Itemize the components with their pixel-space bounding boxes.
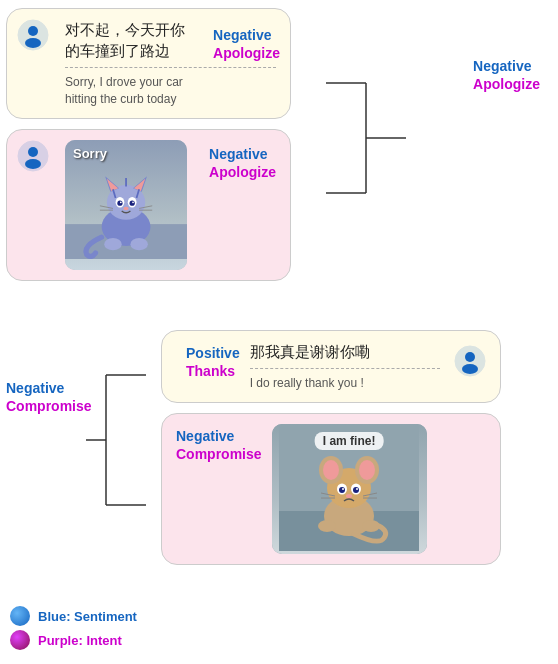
bubble1-sentiment: Negative — [213, 27, 280, 43]
svg-point-15 — [117, 201, 122, 206]
svg-point-4 — [28, 147, 38, 157]
bubble2-intent: Apologize — [209, 164, 276, 180]
tom-cat-scene: Sorry — [65, 140, 187, 270]
bubble3-english: I do really thank you ! — [250, 375, 440, 392]
svg-point-19 — [123, 207, 128, 210]
jerry-scene: I am fine! — [272, 424, 427, 554]
purple-circle — [10, 630, 30, 650]
bottom-sentiment: Negative — [6, 380, 92, 396]
bubble1-english: Sorry, I drove your carhitting the curb … — [65, 74, 276, 108]
bottom-right-group: Positive Thanks 那我真是谢谢你嘞 I do really tha… — [161, 330, 546, 565]
legend-purple: Purple: Intent — [10, 630, 137, 650]
bubble2-labels: Negative Apologize — [199, 140, 276, 180]
svg-point-52 — [353, 487, 359, 493]
svg-point-27 — [104, 238, 121, 250]
user-icon-2 — [17, 140, 49, 176]
top-connector — [326, 8, 406, 258]
bubble3-divider — [250, 368, 440, 369]
legend: Blue: Sentiment Purple: Intent — [10, 606, 137, 650]
svg-point-18 — [132, 202, 134, 204]
svg-point-28 — [130, 238, 147, 250]
svg-point-5 — [25, 159, 41, 169]
bubble-compromise: Negative Compromise — [161, 413, 501, 565]
svg-point-2 — [25, 38, 41, 48]
bottom-connector — [86, 330, 166, 550]
bubble3-content: 那我真是谢谢你嘞 I do really thank you ! — [250, 341, 440, 392]
user-icon-3 — [454, 345, 486, 381]
legend-purple-label: Purple: Intent — [38, 633, 122, 648]
bubble1-labels: Negative Apologize — [203, 23, 280, 61]
bubble4-labels: Negative Compromise — [176, 424, 262, 462]
connector-intent: Apologize — [473, 76, 540, 92]
svg-point-1 — [28, 26, 38, 36]
jerry-speech: I am fine! — [315, 432, 384, 450]
bubble3-chinese: 那我真是谢谢你嘞 — [250, 341, 440, 362]
svg-point-16 — [130, 201, 135, 206]
svg-point-17 — [120, 202, 122, 204]
legend-blue-label: Blue: Sentiment — [38, 609, 137, 624]
bottom-intent: Compromise — [6, 398, 92, 414]
bubble4-sentiment: Negative — [176, 428, 262, 444]
far-right-labels: Negative Apologize — [473, 58, 540, 92]
svg-point-47 — [323, 460, 339, 480]
bubble4-intent: Compromise — [176, 446, 262, 462]
user-icon-1 — [17, 19, 49, 55]
bubble2-sentiment: Negative — [209, 146, 276, 162]
main-container: 对不起，今天开你的车撞到了路边 Sorry, I drove your carh… — [0, 0, 558, 664]
svg-point-39 — [465, 352, 475, 362]
bubble3-sentiment: Positive — [186, 345, 240, 361]
tom-cat-image: Sorry — [65, 140, 187, 270]
sorry-label: Sorry — [73, 146, 107, 161]
bottom-left-labels: Negative Compromise — [6, 380, 92, 414]
bubble-image-1: Sorry Negative Apologize — [6, 129, 291, 281]
bubble3-intent: Thanks — [186, 363, 240, 379]
svg-point-60 — [318, 520, 336, 532]
svg-point-55 — [346, 494, 352, 498]
top-left-group: 对不起，今天开你的车撞到了路边 Sorry, I drove your carh… — [6, 8, 326, 281]
legend-blue: Blue: Sentiment — [10, 606, 137, 626]
bubble1-intent: Apologize — [213, 45, 280, 61]
top-section: 对不起，今天开你的车撞到了路边 Sorry, I drove your carh… — [6, 8, 546, 281]
bubble-positive: Positive Thanks 那我真是谢谢你嘞 I do really tha… — [161, 330, 501, 403]
svg-point-48 — [359, 460, 375, 480]
bubble1-divider — [65, 67, 276, 68]
blue-circle — [10, 606, 30, 626]
jerry-mouse-image: I am fine! — [272, 424, 427, 554]
bubble3-labels: Positive Thanks — [176, 341, 240, 379]
bubble-text-1: 对不起，今天开你的车撞到了路边 Sorry, I drove your carh… — [6, 8, 291, 119]
svg-point-53 — [342, 488, 344, 490]
svg-point-51 — [339, 487, 345, 493]
svg-point-54 — [356, 488, 358, 490]
svg-point-40 — [462, 364, 478, 374]
connector-sentiment: Negative — [473, 58, 540, 74]
